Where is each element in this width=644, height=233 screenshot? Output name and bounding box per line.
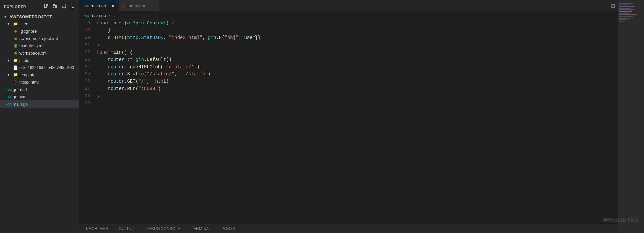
line-number-26: 26 [79,78,95,85]
problems-tab[interactable]: PROBLEMS [83,224,111,233]
iml-item[interactable]: ▣ awesomeProject.iml [0,35,79,42]
debug-console-label: DEBUG CONSOLE [146,226,180,231]
main-go-tab-icon: -oo [83,4,89,8]
index-html-icon: ⬡ [13,79,18,85]
gitignore-label: .gitignore [19,29,37,34]
code-lines: 9 func _html(c *gin.Context) { 19 } 20 c… [79,20,618,107]
line-content-28: } [95,92,618,100]
main-go-label: main.go [13,102,28,107]
static-file-label: c68a16221f5bdf5486749d0993052981... [19,65,79,70]
main-go-tab-label: main.go [91,3,106,8]
explorer-title: EXPLORER [4,5,26,9]
code-line-29: 29 [79,100,618,107]
index-html-label: index.html [19,80,39,85]
ports-label: PORTS [221,226,235,231]
go-mod-item[interactable]: -oo go.mod [0,86,79,93]
line-number-22: 22 [79,49,95,56]
iml-label: awesomeProject.iml [19,36,58,41]
index-html-tab-label: index.html [128,3,147,8]
index-html-tab-icon: ⬡ [122,4,126,8]
modules-xml-icon: ▣ [13,43,18,48]
new-file-icon[interactable] [43,3,50,10]
idea-folder-icon: 📁 [13,21,18,26]
go-mod-label: go.mod [13,87,27,92]
line-number-21: 21 [79,41,95,49]
output-label: OUTPUT [119,226,135,231]
code-line-28: 28 } [79,92,618,100]
line-number-27: 27 [79,85,95,92]
split-editor-icon[interactable]: ⊟ [611,3,615,9]
code-line-9: 9 func _html(c *gin.Context) { [79,20,618,27]
line-content-25: router.Static("/static/", "./static") [95,70,618,78]
tab-main-go[interactable]: -oo main.go ✕ [79,0,119,11]
project-arrow [3,14,8,19]
breadcrumb-sep: > [107,13,110,18]
idea-label: .idea [19,22,28,26]
line-number-29: 29 [79,100,95,107]
line-content-26: router.GET("/", _html) [95,78,618,85]
code-line-24: 24 router.LoadHTMLGlob("template/*") [79,63,618,70]
go-sum-label: go.sum [13,94,27,99]
workspace-xml-icon: ▣ [13,50,18,56]
go-sum-item[interactable]: -oo go.sum [0,93,79,100]
watermark: @稀土掘金技术社区 [603,217,639,223]
line-number-23: 23 [79,56,95,63]
line-content-9: func _html(c *gin.Context) { [95,20,618,27]
code-line-27: 27 router.Run(":8080") [79,85,618,92]
refresh-icon[interactable] [60,3,67,10]
main-go-close-button[interactable]: ✕ [110,3,115,9]
line-content-27: router.Run(":8080") [95,85,618,92]
line-number-24: 24 [79,63,95,70]
code-line-25: 25 router.Static("/static/", "./static") [79,70,618,78]
code-line-21: 21 } [79,41,618,49]
template-arrow [6,72,11,77]
collapse-all-icon[interactable] [69,3,75,10]
line-number-19: 19 [79,27,95,34]
explorer-header: EXPLORER [0,0,79,13]
static-file-icon: 📄 [13,65,18,70]
sidebar: EXPLORER [0,0,79,233]
line-content-24: router.LoadHTMLGlob("template/*") [95,63,618,70]
go-mod-icon: -oo [6,87,11,92]
idea-arrow [6,21,11,26]
breadcrumb: -oo main.go > ... [79,12,618,20]
go-sum-icon: -oo [6,94,11,99]
code-line-26: 26 router.GET("/", _html) [79,78,618,85]
line-content-21: } [95,41,618,49]
gitignore-item[interactable]: ◆ .gitignore [0,27,79,35]
index-html-item[interactable]: ⬡ index.html [0,78,79,86]
output-tab[interactable]: OUTPUT [116,224,138,233]
main-go-item[interactable]: -oo main.go [0,100,79,108]
sidebar-header-icons [43,3,75,10]
breadcrumb-file-icon: -oo [83,14,89,17]
idea-folder[interactable]: 📁 .idea [0,20,79,27]
modules-xml-item[interactable]: ▣ modules.xml [0,42,79,49]
modules-xml-label: modules.xml [19,43,43,48]
workspace-xml-label: workspace.xml [19,51,48,56]
project-root[interactable]: AWESOMEPROJECT [0,13,79,20]
workspace-xml-item[interactable]: ▣ workspace.xml [0,49,79,57]
bottom-panel: PROBLEMS OUTPUT DEBUG CONSOLE TERMINAL P… [79,224,618,233]
terminal-label: TERMINAL [191,226,211,231]
template-folder-icon: 📁 [13,72,18,77]
project-name-label: AWESOMEPROJECT [9,14,52,19]
problems-label: PROBLEMS [86,226,108,231]
static-folder[interactable]: 📁 static [0,57,79,64]
template-label: template [19,72,36,77]
line-number-9: 9 [79,20,95,27]
iml-icon: ▣ [13,36,18,41]
code-editor[interactable]: 9 func _html(c *gin.Context) { 19 } 20 c… [79,20,618,224]
static-file-item[interactable]: 📄 c68a16221f5bdf5486749d0993052981... [0,64,79,71]
line-content-19: } [95,27,618,34]
ports-tab[interactable]: PORTS [219,224,238,233]
static-folder-icon: 📁 [13,58,18,63]
line-content-23: router := gin.Default() [95,56,618,63]
code-line-19: 19 } [79,27,618,34]
line-number-28: 28 [79,92,95,100]
line-number-20: 20 [79,34,95,41]
template-folder[interactable]: 📁 template [0,71,79,78]
new-folder-icon[interactable] [52,3,58,10]
debug-console-tab[interactable]: DEBUG CONSOLE [143,224,183,233]
terminal-tab[interactable]: TERMINAL [188,224,214,233]
tab-index-html[interactable]: ⬡ index.html [119,0,159,11]
